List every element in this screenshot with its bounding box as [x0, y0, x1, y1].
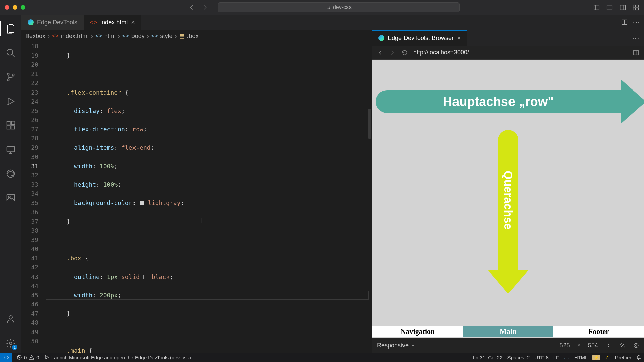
search-activity[interactable]	[0, 44, 21, 62]
svg-rect-4	[633, 5, 636, 7]
tag-icon: <>	[95, 33, 102, 39]
edge-devtools-activity[interactable]	[0, 164, 21, 183]
svg-rect-16	[12, 121, 15, 125]
breadcrumb-file[interactable]: index.html	[61, 33, 89, 40]
launch-edge-button[interactable]: Launch Microsoft Edge and open the Edge …	[44, 355, 191, 360]
code-content[interactable]: } .flex-container { display: flex; flex-…	[46, 42, 372, 353]
language-mode[interactable]: { } HTML	[564, 355, 588, 360]
remote-icon	[6, 144, 16, 155]
layout-customize-icon[interactable]	[632, 4, 639, 11]
extensions-activity[interactable]	[0, 116, 21, 135]
tab-devtools-browser[interactable]: Edge DevTools: Browser ×	[372, 30, 467, 46]
browser-preview: Hauptachse „row" Querachse Navigation Ma…	[372, 60, 644, 353]
indentation-status[interactable]: Spaces: 2	[507, 355, 530, 360]
back-icon[interactable]	[377, 49, 384, 56]
breadcrumb[interactable]: flexbox › <> index.html › <> html › <> b…	[21, 30, 372, 42]
close-tab-button[interactable]: ×	[457, 35, 461, 42]
tag-icon: <>	[122, 33, 129, 39]
eol-status[interactable]: LF	[553, 355, 559, 360]
tab-edge-devtools[interactable]: Edge DevTools	[21, 15, 84, 30]
nav-forward-icon[interactable]	[201, 4, 209, 11]
notifications-button[interactable]	[636, 355, 641, 360]
dock-icon[interactable]	[633, 49, 639, 56]
address-bar[interactable]: http://localhost:3000/	[413, 49, 627, 56]
activity-bar: 1	[0, 15, 21, 353]
svg-rect-14	[7, 126, 10, 129]
viewport-height[interactable]: 554	[588, 342, 598, 349]
more-actions-button[interactable]: ⋯	[633, 18, 640, 27]
reload-icon[interactable]	[401, 49, 408, 56]
wand-icon[interactable]	[619, 342, 626, 349]
go-live-button[interactable]: ⚡	[592, 355, 600, 360]
svg-point-0	[327, 6, 329, 8]
main-axis-arrow: Hauptachse „row"	[376, 80, 644, 123]
svg-point-8	[7, 49, 13, 55]
status-bar: 0 0 Launch Microsoft Edge and open the E…	[0, 353, 644, 362]
svg-rect-13	[7, 122, 10, 125]
forward-icon[interactable]	[389, 49, 396, 56]
warning-icon	[29, 355, 34, 360]
responsive-toolbar: Responsive 525 × 554	[372, 338, 644, 353]
branch-icon	[6, 72, 16, 82]
target-icon[interactable]	[633, 342, 639, 349]
error-icon	[17, 355, 22, 360]
edge-icon	[6, 169, 16, 179]
cross-axis-label: Querachse	[502, 171, 515, 230]
svg-rect-19	[7, 194, 15, 201]
breadcrumb-style[interactable]: style	[160, 33, 173, 40]
account-icon	[6, 314, 16, 324]
svg-point-11	[12, 74, 14, 76]
settings-activity[interactable]: 1	[0, 334, 21, 353]
explorer-activity[interactable]	[0, 19, 21, 38]
breadcrumb-body[interactable]: body	[131, 33, 145, 40]
line-gutter: 18192021 22232425 26272829 30313233 3435…	[21, 42, 46, 353]
nav-box: Navigation	[372, 326, 463, 337]
layout-panel-bottom-icon[interactable]	[606, 4, 613, 11]
split-editor-icon[interactable]	[621, 19, 628, 26]
remote-button[interactable]	[0, 353, 12, 362]
close-window-button[interactable]	[5, 5, 9, 10]
rotate-icon[interactable]	[605, 342, 612, 349]
browser-toolbar: http://localhost:3000/	[372, 46, 644, 60]
close-tab-button[interactable]: ×	[131, 19, 135, 26]
remote-explorer-activity[interactable]	[0, 140, 21, 159]
accounts-activity[interactable]	[0, 310, 21, 328]
chevron-right-icon: ›	[91, 33, 93, 40]
edge-icon	[378, 35, 384, 41]
more-actions-button[interactable]: ⋯	[632, 34, 639, 42]
svg-rect-15	[11, 126, 14, 129]
svg-rect-7	[636, 8, 638, 10]
device-dropdown[interactable]: Responsive	[377, 342, 415, 349]
nav-arrows	[188, 4, 209, 11]
layout-panel-left-icon[interactable]	[593, 4, 600, 11]
chevron-down-icon	[411, 343, 415, 348]
bell-icon	[636, 355, 641, 360]
layout-panel-right-icon[interactable]	[619, 4, 626, 11]
edge-icon	[28, 19, 34, 25]
editor-scrollbar[interactable]	[368, 109, 371, 139]
maximize-window-button[interactable]	[21, 5, 25, 10]
tab-index-html[interactable]: <> index.html ×	[84, 15, 141, 30]
breadcrumb-folder[interactable]: flexbox	[26, 33, 45, 40]
image-activity[interactable]	[0, 188, 21, 207]
source-control-activity[interactable]	[0, 68, 21, 86]
svg-rect-17	[7, 146, 15, 152]
viewport-width[interactable]: 525	[559, 342, 570, 349]
problems-indicator[interactable]: 0 0	[17, 355, 39, 360]
command-center-text: dev-css	[333, 4, 352, 10]
prettier-status[interactable]: ✓ Prettier	[605, 354, 631, 360]
tab-label: index.html	[100, 19, 128, 26]
breadcrumb-html[interactable]: html	[104, 33, 116, 40]
tab-label: Edge DevTools: Browser	[388, 35, 454, 42]
minimize-window-button[interactable]	[13, 5, 17, 10]
svg-point-9	[7, 73, 9, 75]
run-debug-activity[interactable]	[0, 92, 21, 111]
cursor-position[interactable]: Ln 31, Col 22	[473, 355, 502, 360]
command-center[interactable]: dev-css	[218, 2, 460, 12]
nav-back-icon[interactable]	[188, 4, 195, 11]
svg-point-22	[9, 342, 12, 345]
encoding-status[interactable]: UTF-8	[534, 355, 549, 360]
breadcrumb-box[interactable]: .box	[187, 33, 199, 40]
svg-rect-24	[634, 50, 639, 55]
code-editor[interactable]: 18192021 22232425 26272829 30313233 3435…	[21, 42, 372, 353]
